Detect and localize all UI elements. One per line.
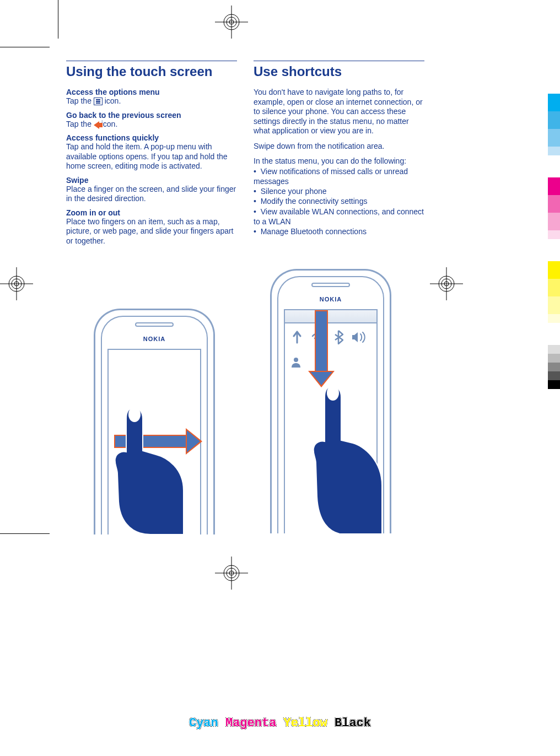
text: Tap the	[66, 96, 94, 105]
body-text: Place two fingers on an item, such as a …	[66, 217, 237, 246]
list-item: • View notifications of missed calls or …	[254, 166, 424, 186]
registration-mark-icon	[0, 267, 33, 300]
divider	[254, 61, 424, 61]
phone-brand: NOKIA	[95, 336, 213, 342]
body-text: Tap the icon.	[66, 120, 237, 129]
phone-brand: NOKIA	[272, 296, 390, 303]
cyan-label: Cyan	[189, 716, 218, 730]
phone-speaker	[311, 283, 350, 287]
subheading: Go back to the previous screen	[66, 111, 237, 120]
list-item: • Manage Bluetooth connections	[254, 226, 424, 236]
registration-mark-icon	[215, 557, 248, 590]
text: Silence your phone	[261, 187, 327, 196]
body-text: Swipe down from the notification area.	[254, 142, 424, 152]
body-text: Place a finger on the screen, and slide …	[66, 185, 237, 204]
phone-speaker	[135, 322, 174, 327]
text: Modify the connectivity settings	[261, 197, 368, 206]
list-item: • Silence your phone	[254, 186, 424, 196]
text: icon.	[105, 96, 121, 105]
list-item: • View available WLAN connections, and c…	[254, 207, 424, 226]
crop-mark	[58, 0, 58, 39]
text: Tap the	[66, 120, 94, 128]
person-icon	[290, 357, 301, 368]
menu-icon	[94, 98, 103, 105]
crop-mark	[0, 533, 50, 534]
subheading: Access functions quickly	[66, 133, 237, 142]
yellow-label: Yellow	[284, 716, 327, 730]
bullet-list: • View notifications of missed calls or …	[254, 166, 424, 236]
text: View available WLAN connections, and con…	[254, 207, 424, 226]
body-text: Tap the icon.	[66, 96, 237, 106]
registration-mark-icon	[430, 267, 463, 300]
text: icon.	[101, 120, 118, 128]
subheading: Swipe	[66, 176, 237, 185]
subheading: Zoom in or out	[66, 208, 237, 217]
text: View notifications of missed calls or un…	[254, 167, 408, 186]
left-column: Using the touch screen Access the option…	[66, 61, 237, 246]
magenta-label: Magenta	[225, 716, 276, 730]
right-column: Use shortcuts You don't have to navigate…	[254, 61, 424, 246]
body-text: In the status menu, you can do the follo…	[254, 156, 424, 166]
cmyk-footer: Cyan Magenta Yellow Black	[0, 716, 560, 730]
divider	[66, 61, 237, 61]
text: Manage Bluetooth connections	[261, 227, 367, 236]
back-arrow-icon	[94, 121, 99, 129]
crop-mark	[0, 47, 50, 47]
registration-mark-icon	[215, 6, 248, 39]
subheading: Access the options menu	[66, 88, 237, 96]
heading-left: Using the touch screen	[66, 64, 237, 79]
black-label: Black	[335, 716, 371, 730]
body-text: Tap and hold the item. A pop-up menu wit…	[66, 142, 237, 171]
bluetooth-icon	[333, 330, 343, 344]
page-content: Using the touch screen Access the option…	[66, 61, 424, 246]
print-color-bars	[548, 94, 560, 389]
hand-icon	[302, 381, 385, 533]
body-text: You don't have to navigate long paths to…	[254, 88, 424, 136]
heading-right: Use shortcuts	[254, 64, 424, 79]
volume-icon	[351, 331, 367, 344]
phone-illustration-swipe: NOKIA	[77, 309, 231, 534]
phone-illustration-shortcuts: NOKIA	[254, 269, 408, 533]
signal-icon	[290, 331, 304, 344]
svg-point-22	[294, 358, 298, 362]
list-item: • Modify the connectivity settings	[254, 196, 424, 206]
swipe-down-arrow-icon	[311, 310, 331, 387]
hand-icon	[106, 402, 189, 534]
